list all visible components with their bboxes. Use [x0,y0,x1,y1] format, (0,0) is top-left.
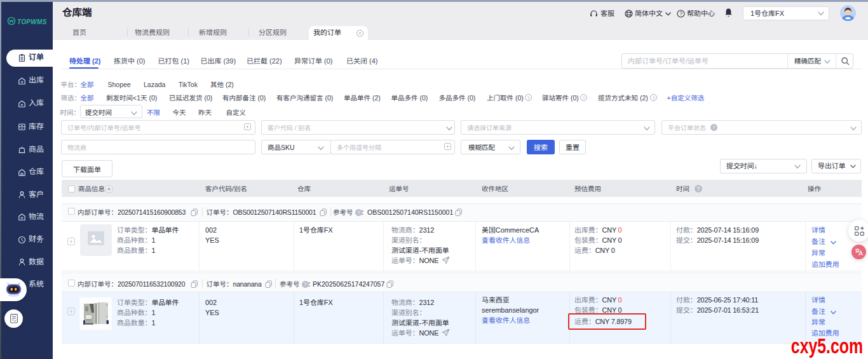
svg-text:?: ? [679,10,682,17]
svg-text:?: ? [527,95,529,100]
svg-text:?: ? [357,210,360,215]
svg-text:?: ? [712,125,715,130]
svg-text:?: ? [582,95,585,100]
svg-text:?: ? [304,281,307,287]
svg-text:?: ? [697,186,700,192]
svg-text:?: ? [652,95,654,100]
